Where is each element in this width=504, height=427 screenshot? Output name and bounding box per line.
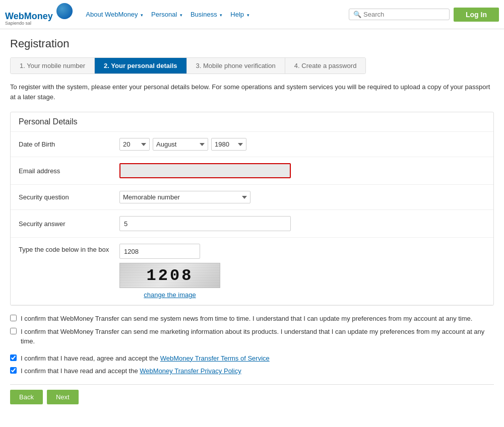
captcha-text: 1208 [147,266,194,285]
form-section-title: Personal Details [11,112,493,132]
logo: WebMoney Sapiendo sal [5,3,73,26]
chevron-down-icon: ▾ [220,13,222,18]
step-1[interactable]: 1. Your mobile number [11,58,95,74]
header: WebMoney Sapiendo sal About WebMoney ▾ P… [0,0,504,29]
security-answer-row: Security answer [11,210,493,238]
main-nav: About WebMoney ▾ Personal ▾ Business ▾ H… [83,9,349,20]
captcha-input[interactable] [119,244,200,259]
checkbox-row-4: I confirm that I have read and accept th… [10,366,494,376]
login-button[interactable]: Log In [454,8,499,22]
nav-personal[interactable]: Personal ▾ [148,9,185,20]
email-field-wrapper [119,163,291,178]
security-question-label: Security question [19,193,119,201]
search-input[interactable] [363,11,444,18]
checkbox-row-3: I confirm that I have read, agree and ac… [10,353,494,364]
dob-label: Date of Birth [19,140,119,148]
page-content: Registration 1. Your mobile number 2. Yo… [0,29,504,412]
captcha-row: Type the code below in the box 1208 chan… [11,238,493,305]
security-question-field: Mother's maiden name Memorable number Fi… [119,191,250,203]
search-box: 🔍 [349,9,450,20]
chevron-down-icon: ▾ [247,13,249,18]
dob-month-select[interactable]: JanuaryFebruaryMarchApril MayJuneJulyAug… [153,138,208,151]
search-icon: 🔍 [353,11,361,18]
checkbox-system-news-label: I confirm that WebMoney Transfer can sen… [21,314,472,324]
divider [10,384,494,385]
checkbox-marketing-label: I confirm that WebMoney Transfer can sen… [21,327,494,346]
checkbox-row-1: I confirm that WebMoney Transfer can sen… [10,314,494,324]
security-answer-input[interactable] [119,216,291,231]
checkbox-privacy-label: I confirm that I have read and accept th… [21,366,241,376]
dob-row: Date of Birth 20 12345 678910 1112131415… [11,132,493,157]
nav-help[interactable]: Help ▾ [227,9,252,20]
dob-field: 20 12345 678910 1112131415 16171819 2122… [119,138,246,151]
page-description: To register with the system, please ente… [10,82,494,102]
next-button[interactable]: Next [47,390,79,404]
captcha-image: 1208 [119,263,220,288]
email-input[interactable] [119,163,291,178]
logo-tagline: Sapiendo sal [5,21,73,26]
captcha-field: 1208 change the image [119,244,220,299]
email-label: Email address [19,167,119,175]
buttons-row: Back Next [10,390,494,404]
email-row: Email address [11,157,493,185]
dob-year-select[interactable]: 1960196519701975 1980198119821983 198419… [211,138,246,151]
step-3[interactable]: 3. Mobile phone verification [187,58,285,74]
security-answer-label: Security answer [19,220,119,228]
privacy-link[interactable]: WebMoney Transfer Privacy Policy [140,367,241,375]
checkbox-terms[interactable] [10,354,17,361]
step-2[interactable]: 2. Your personal details [95,58,186,74]
security-question-select[interactable]: Mother's maiden name Memorable number Fi… [119,191,250,203]
checkbox-system-news[interactable] [10,315,17,321]
captcha-label: Type the code below in the box [19,244,119,253]
personal-details-form: Personal Details Date of Birth 20 12345 … [10,112,494,306]
logo-area: WebMoney Sapiendo sal [5,3,73,26]
security-answer-field [119,216,291,231]
logo-text: WebMoney [5,11,53,21]
checkbox-row-2: I confirm that WebMoney Transfer can sen… [10,327,494,346]
step-4[interactable]: 4. Create a password [285,58,366,74]
security-question-row: Security question Mother's maiden name M… [11,185,493,210]
chevron-down-icon: ▾ [141,13,143,18]
page-title: Registration [10,37,494,50]
checkbox-marketing[interactable] [10,328,17,334]
terms-link[interactable]: WebMoney Transfer Terms of Service [160,354,270,362]
chevron-down-icon: ▾ [180,13,182,18]
dob-day-select[interactable]: 20 12345 678910 1112131415 16171819 2122… [119,138,150,151]
steps-bar: 1. Your mobile number 2. Your personal d… [10,57,366,74]
change-captcha-link[interactable]: change the image [144,291,196,299]
checkbox-privacy[interactable] [10,367,17,374]
nav-business[interactable]: Business ▾ [187,9,225,20]
logo-globe [56,3,73,19]
nav-about[interactable]: About WebMoney ▾ [83,9,146,20]
back-button[interactable]: Back [10,390,43,404]
checkboxes-section: I confirm that WebMoney Transfer can sen… [10,314,494,376]
checkbox-terms-label: I confirm that I have read, agree and ac… [21,353,270,364]
